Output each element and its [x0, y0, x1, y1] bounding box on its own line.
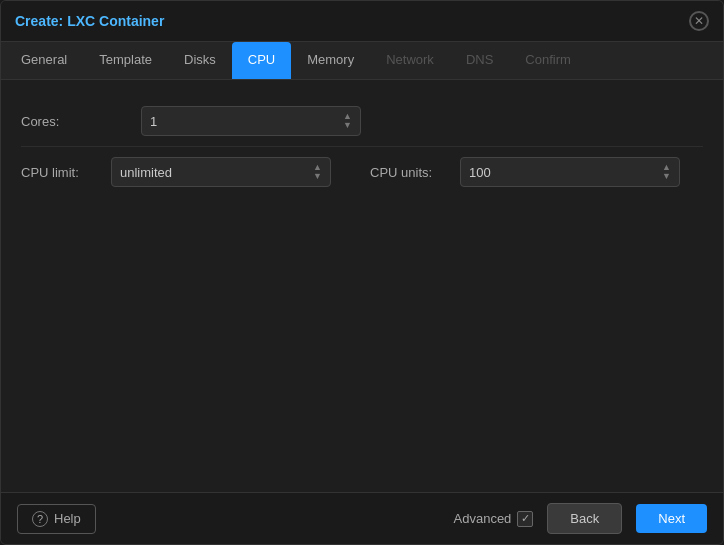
advanced-label: Advanced [454, 511, 512, 526]
tab-cpu[interactable]: CPU [232, 42, 291, 79]
cores-down-arrow[interactable]: ▼ [343, 121, 352, 130]
close-button[interactable]: ✕ [689, 11, 709, 31]
tab-disks[interactable]: Disks [168, 42, 232, 79]
cores-arrows[interactable]: ▲ ▼ [343, 112, 352, 130]
content-area: Cores: 1 ▲ ▼ CPU limit: unlimited ▲ [1, 80, 723, 492]
cpu-units-down-arrow[interactable]: ▼ [662, 172, 671, 181]
back-button[interactable]: Back [547, 503, 622, 534]
cpu-limit-value: unlimited [120, 165, 307, 180]
cpu-limit-spinbox[interactable]: unlimited ▲ ▼ [111, 157, 331, 187]
cpu-units-label: CPU units: [370, 165, 460, 180]
title-bar: Create: LXC Container ✕ [1, 1, 723, 42]
cpu-limit-down-arrow[interactable]: ▼ [313, 172, 322, 181]
help-label: Help [54, 511, 81, 526]
tab-confirm: Confirm [509, 42, 587, 79]
cpu-limit-row: CPU limit: unlimited ▲ ▼ CPU units: 100 … [21, 147, 703, 197]
cores-row: Cores: 1 ▲ ▼ [21, 96, 703, 147]
tab-bar: General Template Disks CPU Memory Networ… [1, 42, 723, 80]
cpu-units-value: 100 [469, 165, 656, 180]
footer-right: Advanced ✓ Back Next [454, 503, 707, 534]
next-button[interactable]: Next [636, 504, 707, 533]
dialog-title: Create: LXC Container [15, 13, 164, 29]
advanced-wrap: Advanced ✓ [454, 511, 534, 527]
tab-general[interactable]: General [5, 42, 83, 79]
cpu-limit-label: CPU limit: [21, 165, 111, 180]
checkbox-check-icon: ✓ [521, 512, 530, 525]
cpu-limit-arrows[interactable]: ▲ ▼ [313, 163, 322, 181]
cores-value: 1 [150, 114, 337, 129]
cpu-units-arrows[interactable]: ▲ ▼ [662, 163, 671, 181]
cpu-units-spinbox[interactable]: 100 ▲ ▼ [460, 157, 680, 187]
tab-network: Network [370, 42, 450, 79]
cores-control: 1 ▲ ▼ [141, 106, 703, 136]
tab-memory[interactable]: Memory [291, 42, 370, 79]
tab-template[interactable]: Template [83, 42, 168, 79]
help-icon: ? [32, 511, 48, 527]
cores-spinbox[interactable]: 1 ▲ ▼ [141, 106, 361, 136]
cpu-units-group: CPU units: 100 ▲ ▼ [370, 157, 703, 187]
advanced-checkbox[interactable]: ✓ [517, 511, 533, 527]
footer: ? Help Advanced ✓ Back Next [1, 492, 723, 544]
create-lxc-dialog: Create: LXC Container ✕ General Template… [0, 0, 724, 545]
help-button[interactable]: ? Help [17, 504, 96, 534]
cores-label: Cores: [21, 114, 141, 129]
tab-dns: DNS [450, 42, 509, 79]
cpu-limit-group: CPU limit: unlimited ▲ ▼ [21, 157, 354, 187]
